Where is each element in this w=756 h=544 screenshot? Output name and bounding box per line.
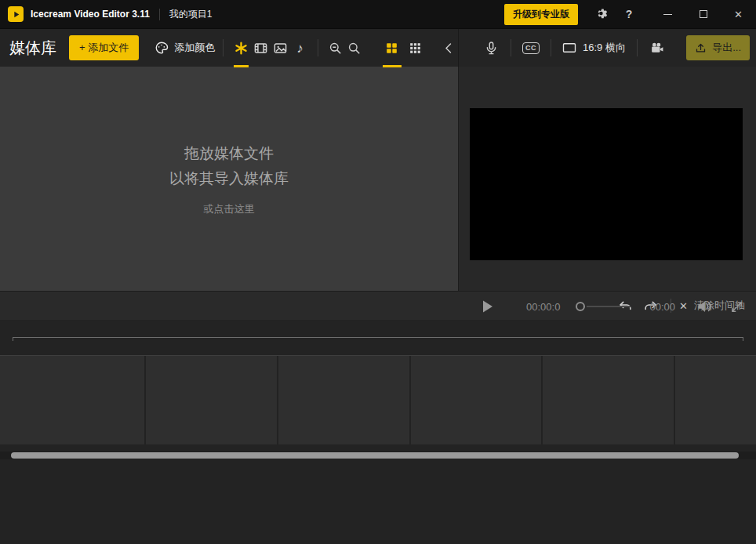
scrollbar-thumb[interactable]	[11, 452, 739, 459]
camera-button[interactable]	[645, 29, 669, 67]
aspect-ratio-button[interactable]: 16:9 横向	[559, 41, 629, 55]
toolbar-divider	[511, 39, 511, 56]
project-name: 我的项目1	[169, 8, 213, 21]
palette-icon	[154, 41, 169, 55]
collapse-panel-button[interactable]	[440, 29, 458, 67]
view-toggle	[380, 29, 427, 67]
view-large-grid-button[interactable]	[380, 29, 404, 67]
close-button[interactable]: ✕	[721, 0, 756, 28]
titlebar: Icecream Video Editor 3.11 我的项目1 升级到专业版 …	[0, 0, 756, 28]
zoom-button[interactable]	[326, 29, 344, 67]
music-note-icon: ♪	[296, 42, 303, 55]
media-filter-all[interactable]	[231, 29, 251, 67]
search-icon	[347, 41, 362, 56]
grid-large-icon	[384, 41, 399, 56]
export-label: 导出...	[712, 41, 741, 55]
track-divider	[409, 356, 411, 444]
seek-slider[interactable]	[576, 302, 631, 311]
add-color-button[interactable]: 添加颜色	[154, 41, 215, 55]
main-area: 拖放媒体文件 以将其导入媒体库 或点击这里 00:00:0 00:00	[0, 67, 756, 291]
toolbar-divider	[637, 39, 638, 56]
preview-toolbar: CC 16:9 横向 导出...	[459, 29, 756, 67]
play-logo-glyph	[11, 9, 21, 20]
toolbar-divider	[551, 39, 551, 56]
minimize-icon	[663, 14, 672, 15]
track-divider	[144, 356, 146, 444]
preview-panel: 00:00:0 00:00	[459, 67, 756, 291]
track-divider	[674, 356, 675, 444]
current-time: 00:00:0	[526, 301, 560, 313]
dropzone-text-line1: 拖放媒体文件	[184, 141, 274, 165]
total-duration: 00:00	[649, 301, 675, 313]
toolbar-divider	[223, 39, 224, 56]
image-icon	[273, 41, 288, 56]
export-button[interactable]: 导出...	[686, 35, 750, 60]
seek-handle[interactable]	[576, 302, 585, 311]
asterisk-icon	[234, 41, 249, 56]
fullscreen-button[interactable]	[730, 300, 743, 314]
chevron-left-icon	[442, 41, 456, 56]
app-window: Icecream Video Editor 3.11 我的项目1 升级到专业版 …	[0, 0, 756, 544]
subtitles-button[interactable]: CC	[519, 29, 543, 67]
help-icon: ?	[626, 8, 633, 20]
timeline-panel	[0, 320, 756, 544]
video-camera-icon	[649, 41, 664, 56]
track-divider	[277, 356, 278, 444]
add-color-label: 添加颜色	[174, 41, 215, 55]
search-button[interactable]	[344, 29, 362, 67]
media-library-toolbar: 媒体库 + 添加文件 添加颜色	[0, 29, 459, 67]
timeline-track-area[interactable]	[0, 355, 756, 444]
voiceover-button[interactable]	[479, 29, 503, 67]
dropzone-text-line2: 以将其导入媒体库	[169, 166, 289, 190]
film-icon	[253, 41, 268, 56]
timeline-ruler	[13, 337, 743, 341]
upload-icon	[695, 42, 707, 54]
microphone-icon	[484, 41, 499, 56]
zoom-out-icon	[328, 41, 343, 56]
titlebar-divider	[159, 9, 160, 20]
play-button[interactable]	[478, 297, 496, 316]
app-title: Icecream Video Editor 3.11	[31, 9, 150, 20]
help-button[interactable]: ?	[616, 0, 642, 28]
video-preview	[470, 108, 743, 260]
aspect-ratio-label: 16:9 横向	[583, 41, 626, 55]
media-library-title: 媒体库	[9, 38, 56, 59]
maximize-button[interactable]	[685, 0, 721, 28]
media-filter-images[interactable]	[271, 29, 290, 67]
volume-button[interactable]	[696, 298, 713, 315]
track-divider	[541, 356, 543, 444]
fullscreen-icon	[730, 300, 743, 314]
settings-button[interactable]	[589, 0, 616, 28]
titlebar-actions: 升级到专业版 ? ✕	[504, 0, 756, 28]
minimize-button[interactable]	[650, 0, 685, 28]
toolbar: 媒体库 + 添加文件 添加颜色	[0, 28, 756, 67]
upgrade-button[interactable]: 升级到专业版	[504, 4, 578, 25]
grid-small-icon	[408, 41, 423, 56]
close-icon: ✕	[734, 9, 743, 20]
aspect-ratio-icon	[562, 42, 576, 53]
playback-controls: 00:00:0 00:00	[471, 292, 743, 321]
dropzone-hint: 或点击这里	[204, 202, 255, 216]
toolbar-divider	[318, 39, 318, 56]
volume-icon	[696, 298, 713, 315]
play-icon	[478, 297, 496, 316]
seek-track	[587, 306, 631, 307]
media-filter-audio[interactable]: ♪	[290, 29, 310, 67]
gear-icon	[596, 8, 609, 20]
app-logo-icon	[8, 6, 24, 22]
maximize-icon	[700, 10, 707, 18]
cc-icon: CC	[522, 42, 540, 54]
view-small-grid-button[interactable]	[404, 29, 427, 67]
timeline-scrollbar[interactable]	[0, 452, 756, 459]
media-filter-videos[interactable]	[251, 29, 271, 67]
media-library-dropzone[interactable]: 拖放媒体文件 以将其导入媒体库 或点击这里	[0, 67, 459, 291]
add-file-button[interactable]: + 添加文件	[69, 35, 139, 60]
